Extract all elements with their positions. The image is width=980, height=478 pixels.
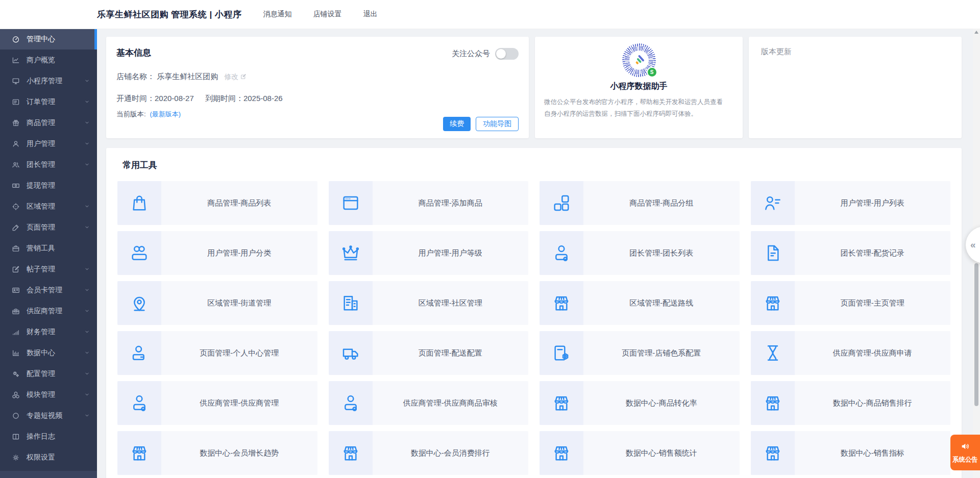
follow-official-account-label: 关注公众号 [452,49,490,59]
sidebar-item-12[interactable]: 帖子管理 [0,259,97,280]
tool-card[interactable]: 数据中心-会员增长趋势 [117,431,317,475]
sidebar-item-19[interactable]: 专题短视频 [0,405,97,426]
sidebar-item-label: 提现管理 [27,181,90,190]
tool-card-label: 区域管理-街道管理 [161,281,317,325]
tool-card[interactable]: 页面管理-个人中心管理 [117,331,317,375]
tool-card[interactable]: 团长管理-配货记录 [751,231,951,275]
sidebar-footer-bar[interactable] [0,471,97,478]
sidebar-item-label: 商品管理 [27,118,84,128]
sidebar-item-14[interactable]: 供应商管理 [0,300,97,321]
tool-card-label: 页面管理-配送配置 [373,331,529,375]
tool-card[interactable]: 用户管理-用户列表 [751,181,951,225]
tool-card[interactable]: 供应商管理-供应商管理 [117,381,317,425]
sidebar-item-label: 团长管理 [27,160,84,169]
scrollbar-up-arrow-icon[interactable] [974,31,978,34]
system-announcement-button[interactable]: 系统公告 [950,435,980,470]
header-link-messages[interactable]: 消息通知 [263,10,291,19]
tool-card-label: 商品管理-商品列表 [161,181,317,225]
tool-card[interactable]: 数据中心-销售额统计 [540,431,740,475]
sidebar-item-21[interactable]: 权限设置 [0,447,97,468]
tool-card[interactable]: 商品管理-商品分组 [540,181,740,225]
chevron-down-icon [84,204,90,209]
sidebar-item-2[interactable]: 商户概览 [0,49,97,70]
assistant-desc-line1: 微信公众平台发布的官方小程序，帮助相关开发和运营人员查看 [544,96,733,108]
common-tools-panel: 常用工具 商品管理-商品列表商品管理-添加商品商品管理-商品分组用户管理-用户列… [106,148,962,478]
store-icon [751,381,795,425]
latest-version-link[interactable]: (最新版本) [150,110,181,118]
toggle-knob [496,49,506,59]
dashboard-icon [11,35,20,43]
open-time-value: 2020-08-27 [155,94,194,103]
money-icon [11,182,20,190]
tool-card[interactable]: 供应商管理-供应商申请 [751,331,951,375]
sidebar-item-16[interactable]: 数据中心 [0,342,97,363]
sidebar-item-label: 用户管理 [27,139,84,148]
cog-icon [11,454,20,462]
sidebar-item-8[interactable]: 提现管理 [0,175,97,196]
chevron-down-icon [84,308,90,314]
sidebar-item-9[interactable]: 区域管理 [0,196,97,217]
header: 乐享生鲜社区团购 管理系统 | 小程序 消息通知 店铺设置 退出 [0,0,980,29]
sidebar-item-10[interactable]: 页面管理 [0,217,97,238]
desktop-icon [11,77,20,85]
sidebar-item-17[interactable]: 配置管理 [0,363,97,384]
tool-card[interactable]: 区域管理-街道管理 [117,281,317,325]
tool-card[interactable]: 页面管理-主页管理 [751,281,951,325]
renew-button[interactable]: 续费 [443,117,471,131]
tool-card[interactable]: 商品管理-商品列表 [117,181,317,225]
feature-map-button[interactable]: 功能导图 [476,117,519,131]
sidebar-item-1[interactable]: 管理中心 [0,29,97,49]
gift-icon [11,119,20,127]
hourglass-icon [751,331,795,375]
sidebar-item-5[interactable]: 商品管理 [0,112,97,133]
tool-card[interactable]: 数据中心-商品销售排行 [751,381,951,425]
tool-card[interactable]: 区域管理-社区管理 [329,281,529,325]
sidebar-item-6[interactable]: 用户管理 [0,133,97,154]
edit-shop-name-link[interactable]: 修改 [224,72,247,82]
scrollbar-thumb[interactable] [974,263,978,406]
miniprogram-qr-code: S [622,43,656,77]
assistant-desc-line2: 自身小程序的运营数据，扫描下面小程序码即可体验。 [544,108,733,120]
tool-card[interactable]: 页面管理-店铺色系配置 [540,331,740,375]
chevron-down-icon [84,120,90,125]
truck-icon [329,331,373,375]
sidebar-item-4[interactable]: 订单管理 [0,91,97,112]
version-update-card: 版本更新 [749,37,962,138]
basic-info-card: 基本信息 关注公众号 店铺名称： 乐享生鲜社区团购 修改 开通时间：2020-0… [106,37,529,138]
tool-card[interactable]: 供应商管理-供应商商品审核 [329,381,529,425]
tool-card-label: 用户管理-用户列表 [795,181,951,225]
current-version-label: 当前版本: [116,110,146,118]
user-icon [11,140,20,148]
edit-pen-icon [240,73,247,82]
speaker-icon [960,441,970,454]
users-card-icon [117,231,161,275]
sidebar-item-3[interactable]: 小程序管理 [0,70,97,91]
header-link-shop-settings[interactable]: 店铺设置 [313,10,341,19]
crown-icon [329,231,373,275]
tool-card[interactable]: 数据中心-会员消费排行 [329,431,529,475]
qr-logo [629,51,649,70]
chevron-down-icon [84,99,90,105]
assistant-title: 小程序数据助手 [535,81,743,92]
window-icon [329,181,373,225]
tool-card-label: 供应商管理-供应商申请 [795,331,951,375]
sidebar-item-7[interactable]: 团长管理 [0,154,97,175]
tool-card[interactable]: 数据中心-商品转化率 [540,381,740,425]
sidebar-item-11[interactable]: 营销工具 [0,238,97,259]
header-link-logout[interactable]: 退出 [363,10,377,19]
tool-card[interactable]: 团长管理-团长列表 [540,231,740,275]
sidebar-item-13[interactable]: 会员卡管理 [0,280,97,300]
tool-card[interactable]: 页面管理-配送配置 [329,331,529,375]
tool-card[interactable]: 商品管理-添加商品 [329,181,529,225]
tool-card-label: 团长管理-团长列表 [583,231,740,275]
sidebar-item-18[interactable]: 模块管理 [0,384,97,405]
follow-toggle[interactable] [495,48,519,60]
sidebar-item-15[interactable]: 财务管理 [0,321,97,342]
store-icon [751,431,795,475]
tool-card[interactable]: 用户管理-用户等级 [329,231,529,275]
tool-card[interactable]: 用户管理-用户分类 [117,231,317,275]
tool-card[interactable]: 数据中心-销售指标 [751,431,951,475]
sidebar-item-20[interactable]: 操作日志 [0,426,97,447]
tool-card[interactable]: 区域管理-配送路线 [540,281,740,325]
double-chevron-left-icon: « [970,239,976,250]
